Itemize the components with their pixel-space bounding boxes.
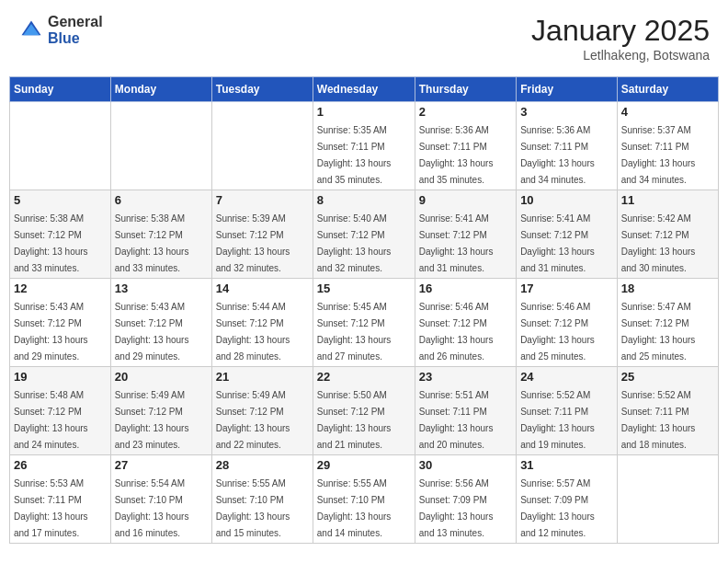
calendar-table: SundayMondayTuesdayWednesdayThursdayFrid… xyxy=(9,76,719,544)
day-number: 22 xyxy=(317,370,411,384)
day-number: 31 xyxy=(520,458,613,472)
day-number: 1 xyxy=(317,105,411,119)
calendar-cell: 15Sunrise: 5:45 AM Sunset: 7:12 PM Dayli… xyxy=(313,279,415,367)
calendar-cell: 11Sunrise: 5:42 AM Sunset: 7:12 PM Dayli… xyxy=(617,190,718,279)
calendar-cell xyxy=(110,102,211,190)
calendar-cell: 5Sunrise: 5:38 AM Sunset: 7:12 PM Daylig… xyxy=(10,190,111,279)
logo-text: General Blue xyxy=(48,14,103,46)
calendar-cell: 13Sunrise: 5:43 AM Sunset: 7:12 PM Dayli… xyxy=(110,279,211,367)
day-number: 23 xyxy=(419,370,512,384)
calendar-cell: 16Sunrise: 5:46 AM Sunset: 7:12 PM Dayli… xyxy=(415,279,516,367)
week-row-2: 5Sunrise: 5:38 AM Sunset: 7:12 PM Daylig… xyxy=(10,190,719,279)
day-number: 14 xyxy=(216,282,309,295)
day-info: Sunrise: 5:36 AM Sunset: 7:11 PM Dayligh… xyxy=(419,125,494,185)
calendar-cell: 1Sunrise: 5:35 AM Sunset: 7:11 PM Daylig… xyxy=(313,102,415,190)
day-info: Sunrise: 5:46 AM Sunset: 7:12 PM Dayligh… xyxy=(520,302,595,362)
title-block: January 2025 Letlhakeng, Botswana xyxy=(531,14,710,63)
calendar-cell: 31Sunrise: 5:57 AM Sunset: 7:09 PM Dayli… xyxy=(517,455,618,544)
day-number: 24 xyxy=(520,370,613,384)
day-info: Sunrise: 5:56 AM Sunset: 7:09 PM Dayligh… xyxy=(419,478,494,538)
day-info: Sunrise: 5:35 AM Sunset: 7:11 PM Dayligh… xyxy=(317,125,392,185)
day-info: Sunrise: 5:57 AM Sunset: 7:09 PM Dayligh… xyxy=(520,478,595,538)
day-number: 28 xyxy=(216,458,309,472)
day-info: Sunrise: 5:41 AM Sunset: 7:12 PM Dayligh… xyxy=(520,213,595,273)
day-number: 16 xyxy=(419,282,512,295)
month-title: January 2025 xyxy=(531,14,710,48)
location: Letlhakeng, Botswana xyxy=(531,48,710,63)
day-info: Sunrise: 5:37 AM Sunset: 7:11 PM Dayligh… xyxy=(621,125,696,185)
calendar-cell: 22Sunrise: 5:50 AM Sunset: 7:12 PM Dayli… xyxy=(313,367,415,455)
weekday-header-friday: Friday xyxy=(517,77,618,102)
week-row-5: 26Sunrise: 5:53 AM Sunset: 7:11 PM Dayli… xyxy=(10,455,719,544)
calendar-cell: 19Sunrise: 5:48 AM Sunset: 7:12 PM Dayli… xyxy=(10,367,111,455)
logo-blue-text: Blue xyxy=(48,30,103,47)
day-number: 29 xyxy=(317,458,411,472)
weekday-header-saturday: Saturday xyxy=(617,77,718,102)
logo: General Blue xyxy=(18,14,103,46)
day-number: 27 xyxy=(115,458,208,472)
day-number: 8 xyxy=(317,193,411,207)
day-info: Sunrise: 5:38 AM Sunset: 7:12 PM Dayligh… xyxy=(115,213,189,273)
day-info: Sunrise: 5:43 AM Sunset: 7:12 PM Dayligh… xyxy=(115,302,189,362)
calendar-cell: 8Sunrise: 5:40 AM Sunset: 7:12 PM Daylig… xyxy=(313,190,415,279)
day-number: 30 xyxy=(419,458,512,472)
day-number: 19 xyxy=(14,370,107,384)
calendar-cell xyxy=(617,455,718,544)
calendar-cell: 23Sunrise: 5:51 AM Sunset: 7:11 PM Dayli… xyxy=(415,367,516,455)
weekday-header-monday: Monday xyxy=(110,77,211,102)
day-number: 12 xyxy=(14,282,107,295)
day-info: Sunrise: 5:47 AM Sunset: 7:12 PM Dayligh… xyxy=(621,302,696,362)
calendar-cell: 27Sunrise: 5:54 AM Sunset: 7:10 PM Dayli… xyxy=(110,455,211,544)
day-info: Sunrise: 5:51 AM Sunset: 7:11 PM Dayligh… xyxy=(419,390,494,450)
day-info: Sunrise: 5:55 AM Sunset: 7:10 PM Dayligh… xyxy=(317,478,392,538)
calendar-cell: 10Sunrise: 5:41 AM Sunset: 7:12 PM Dayli… xyxy=(517,190,618,279)
day-info: Sunrise: 5:52 AM Sunset: 7:11 PM Dayligh… xyxy=(520,390,595,450)
calendar-cell xyxy=(211,102,313,190)
weekday-header-tuesday: Tuesday xyxy=(211,77,313,102)
day-info: Sunrise: 5:50 AM Sunset: 7:12 PM Dayligh… xyxy=(317,390,392,450)
calendar-cell: 18Sunrise: 5:47 AM Sunset: 7:12 PM Dayli… xyxy=(617,279,718,367)
calendar-cell: 21Sunrise: 5:49 AM Sunset: 7:12 PM Dayli… xyxy=(211,367,313,455)
day-number: 10 xyxy=(520,193,613,207)
weekday-header-wednesday: Wednesday xyxy=(313,77,415,102)
day-number: 13 xyxy=(115,282,208,295)
day-info: Sunrise: 5:44 AM Sunset: 7:12 PM Dayligh… xyxy=(216,302,290,362)
day-number: 21 xyxy=(216,370,309,384)
day-info: Sunrise: 5:53 AM Sunset: 7:11 PM Dayligh… xyxy=(14,478,88,538)
week-row-4: 19Sunrise: 5:48 AM Sunset: 7:12 PM Dayli… xyxy=(10,367,719,455)
day-number: 9 xyxy=(419,193,512,207)
calendar-cell: 6Sunrise: 5:38 AM Sunset: 7:12 PM Daylig… xyxy=(110,190,211,279)
day-info: Sunrise: 5:40 AM Sunset: 7:12 PM Dayligh… xyxy=(317,213,392,273)
day-number: 15 xyxy=(317,282,411,295)
weekday-header-sunday: Sunday xyxy=(10,77,111,102)
day-info: Sunrise: 5:49 AM Sunset: 7:12 PM Dayligh… xyxy=(216,390,290,450)
weekday-header-thursday: Thursday xyxy=(415,77,516,102)
weekday-header-row: SundayMondayTuesdayWednesdayThursdayFrid… xyxy=(10,77,719,102)
calendar-cell xyxy=(10,102,111,190)
day-number: 6 xyxy=(115,193,208,207)
day-number: 7 xyxy=(216,193,309,207)
day-info: Sunrise: 5:45 AM Sunset: 7:12 PM Dayligh… xyxy=(317,302,392,362)
calendar-cell: 24Sunrise: 5:52 AM Sunset: 7:11 PM Dayli… xyxy=(517,367,618,455)
calendar-cell: 7Sunrise: 5:39 AM Sunset: 7:12 PM Daylig… xyxy=(211,190,313,279)
calendar-cell: 20Sunrise: 5:49 AM Sunset: 7:12 PM Dayli… xyxy=(110,367,211,455)
day-number: 20 xyxy=(115,370,208,384)
day-number: 25 xyxy=(621,370,714,384)
day-info: Sunrise: 5:52 AM Sunset: 7:11 PM Dayligh… xyxy=(621,390,696,450)
day-number: 17 xyxy=(520,282,613,295)
calendar-cell: 29Sunrise: 5:55 AM Sunset: 7:10 PM Dayli… xyxy=(313,455,415,544)
day-info: Sunrise: 5:48 AM Sunset: 7:12 PM Dayligh… xyxy=(14,390,88,450)
day-info: Sunrise: 5:46 AM Sunset: 7:12 PM Dayligh… xyxy=(419,302,494,362)
page-header: General Blue January 2025 Letlhakeng, Bo… xyxy=(9,9,719,67)
calendar-cell: 4Sunrise: 5:37 AM Sunset: 7:11 PM Daylig… xyxy=(617,102,718,190)
day-number: 26 xyxy=(14,458,107,472)
logo-general-text: General xyxy=(48,14,103,30)
logo-icon xyxy=(18,17,44,43)
day-info: Sunrise: 5:38 AM Sunset: 7:12 PM Dayligh… xyxy=(14,213,88,273)
day-info: Sunrise: 5:55 AM Sunset: 7:10 PM Dayligh… xyxy=(216,478,290,538)
day-number: 18 xyxy=(621,282,714,295)
week-row-1: 1Sunrise: 5:35 AM Sunset: 7:11 PM Daylig… xyxy=(10,102,719,190)
day-number: 5 xyxy=(14,193,107,207)
calendar-cell: 17Sunrise: 5:46 AM Sunset: 7:12 PM Dayli… xyxy=(517,279,618,367)
day-number: 2 xyxy=(419,105,512,119)
